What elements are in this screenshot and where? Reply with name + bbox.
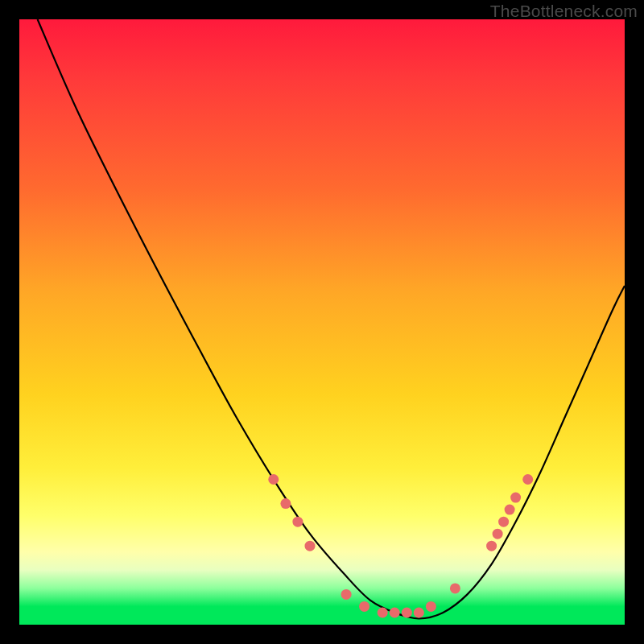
data-marker [505, 505, 515, 515]
data-marker [450, 583, 460, 593]
data-marker [426, 601, 436, 612]
data-marker [414, 608, 424, 618]
data-marker [359, 601, 369, 612]
data-marker [292, 517, 303, 527]
watermark-text: TheBottleneck.com [490, 2, 638, 21]
marker-group [268, 474, 533, 618]
data-marker [522, 474, 533, 485]
data-marker [341, 589, 352, 600]
data-marker [402, 608, 412, 618]
chart-frame: TheBottleneck.com [0, 0, 644, 644]
data-marker [498, 517, 509, 527]
bottleneck-curve [38, 19, 625, 619]
data-marker [305, 541, 316, 551]
curve-svg [19, 19, 625, 625]
plot-area [19, 19, 625, 625]
data-marker [486, 541, 497, 551]
data-marker [493, 529, 503, 539]
data-marker [280, 498, 291, 509]
data-marker [510, 493, 521, 503]
data-marker [268, 474, 279, 485]
data-marker [378, 608, 388, 618]
data-marker [390, 608, 400, 618]
